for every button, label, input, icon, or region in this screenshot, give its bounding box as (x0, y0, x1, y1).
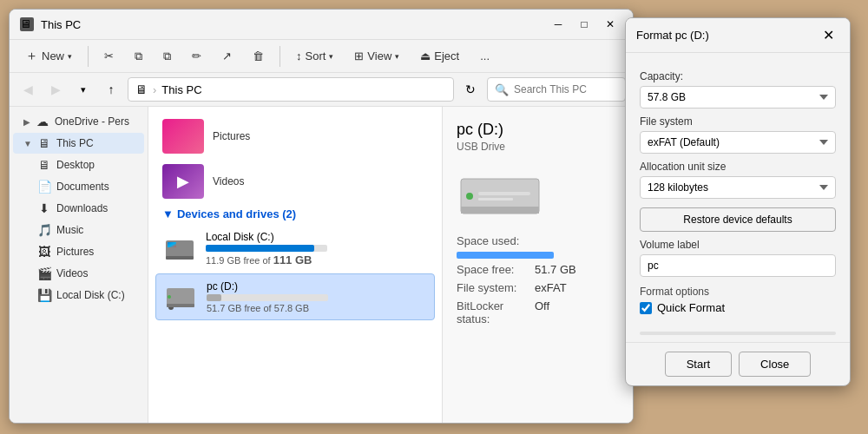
list-item[interactable]: Pictures (155, 114, 435, 159)
cut-button[interactable]: ✂ (95, 45, 122, 67)
drive-c-bar-container (206, 245, 327, 252)
sort-button[interactable]: ↕ Sort ▾ (287, 45, 342, 67)
sort-chevron-icon: ▾ (329, 52, 333, 61)
share-button[interactable]: ↗ (214, 45, 240, 67)
dialog-title: Format pc (D:) (636, 29, 818, 42)
svg-rect-3 (166, 256, 194, 260)
desktop-icon: 🖥 (37, 158, 51, 172)
thispc-icon: 🖥 (37, 136, 51, 150)
forward-button[interactable]: ▶ (44, 78, 67, 101)
sidebar-item-documents[interactable]: 📄 Documents (13, 176, 144, 197)
right-panel: pc (D:) USB Drive Space used: Space free… (442, 107, 633, 424)
expand-icon: ▼ (23, 139, 32, 148)
view-label: View (367, 49, 391, 62)
sidebar-item-label: Local Disk (C:) (56, 289, 125, 301)
format-options-section: Format options Quick Format (640, 286, 836, 314)
quick-format-checkbox[interactable] (640, 302, 652, 314)
rp-space-free-row: Space free: 51.7 GB (457, 263, 619, 276)
eject-button[interactable]: ⏏ Eject (411, 45, 468, 67)
delete-button[interactable]: 🗑 (244, 45, 273, 67)
sidebar-item-videos[interactable]: 🎬 Videos (13, 263, 144, 284)
search-box[interactable]: 🔍 (487, 77, 626, 102)
file-icon (162, 119, 204, 154)
volume-label-input[interactable] (640, 254, 836, 277)
start-button[interactable]: Start (665, 352, 732, 377)
svg-point-11 (466, 193, 473, 200)
sidebar-item-label: Desktop (56, 159, 95, 171)
toolbar-sep-2 (279, 46, 280, 67)
dialog-titlebar: Format pc (D:) ✕ (626, 18, 850, 53)
svg-rect-2 (168, 242, 176, 247)
list-item[interactable]: ▶ Videos (155, 159, 435, 204)
paste-icon: ⧉ (163, 49, 171, 63)
close-button[interactable]: ✕ (598, 15, 622, 34)
new-icon: ＋ (25, 48, 38, 64)
recent-button[interactable]: ▾ (72, 78, 95, 101)
back-button[interactable]: ◀ (16, 78, 39, 101)
explorer-window: 🖥 This PC ─ □ ✕ ＋ New ▾ ✂ ⧉ ⧉ ✏ ↗ (9, 9, 634, 424)
view-button[interactable]: ⊞ View ▾ (345, 45, 408, 67)
svg-rect-6 (167, 304, 194, 307)
more-icon: ... (480, 49, 490, 62)
drive-item-c[interactable]: Local Disk (C:) 11.9 GB free of 111 GB (155, 226, 435, 272)
maximize-button[interactable]: □ (572, 15, 596, 34)
downloads-icon: ⬇ (37, 201, 51, 215)
close-dialog-button[interactable]: Close (739, 352, 811, 377)
address-separator: › (153, 83, 156, 96)
minimize-button[interactable]: ─ (546, 15, 570, 34)
new-button[interactable]: ＋ New ▾ (16, 43, 81, 69)
search-icon: 🔍 (495, 83, 509, 96)
svg-point-7 (168, 295, 171, 299)
fs-label: File system (640, 115, 836, 128)
sidebar-item-downloads[interactable]: ⬇ Downloads (13, 198, 144, 219)
window-title: This PC (41, 18, 539, 31)
capacity-select[interactable]: 57.8 GB (640, 86, 836, 108)
view-chevron-icon: ▾ (395, 52, 399, 61)
quick-format-label[interactable]: Quick Format (657, 301, 725, 314)
section-label: Devices and drives (2) (177, 207, 296, 220)
quick-format-row: Quick Format (640, 301, 836, 314)
address-path-label: This PC (161, 83, 201, 96)
alloc-select[interactable]: 128 kilobytes (640, 176, 836, 199)
drive-c-bar (206, 245, 314, 252)
rename-button[interactable]: ✏ (183, 45, 210, 67)
view-icon: ⊞ (354, 49, 364, 62)
localdisk-icon: 💾 (37, 288, 51, 302)
documents-icon: 📄 (37, 180, 51, 194)
drive-item-d[interactable]: pc (D:) 51.7 GB free of 57.8 GB (155, 273, 435, 320)
drive-d-name: pc (D:) (207, 280, 427, 293)
drive-d-bar (207, 294, 221, 301)
sidebar-item-desktop[interactable]: 🖥 Desktop (13, 155, 144, 175)
dialog-footer: Start Close (626, 342, 850, 385)
drive-c-icon (162, 232, 197, 266)
copy-button[interactable]: ⧉ (126, 45, 151, 68)
sidebar-item-pictures[interactable]: 🖼 Pictures (13, 241, 144, 262)
sidebar-item-label: OneDrive - Pers (55, 115, 129, 128)
fs-select[interactable]: exFAT (Default) (640, 131, 836, 154)
restore-defaults-button[interactable]: Restore device defaults (640, 207, 836, 232)
svg-rect-10 (461, 207, 539, 214)
sidebar-item-music[interactable]: 🎵 Music (13, 220, 144, 240)
drive-d-bar-container (207, 294, 328, 301)
format-dialog: Format pc (D:) ✕ Capacity: 57.8 GB File … (625, 17, 851, 386)
videos-icon: 🎬 (37, 266, 51, 280)
refresh-button[interactable]: ↻ (459, 78, 482, 101)
up-button[interactable]: ↑ (100, 78, 122, 101)
vol-label-label: Volume label (640, 239, 836, 251)
expand-icon: ▶ (23, 117, 30, 127)
sidebar-item-thispc[interactable]: ▼ 🖥 This PC (13, 133, 144, 154)
window-controls: ─ □ ✕ (546, 15, 622, 34)
more-button[interactable]: ... (471, 45, 498, 67)
address-box[interactable]: 🖥 › This PC (128, 77, 454, 102)
share-icon: ↗ (222, 49, 232, 62)
drive-d-icon (163, 279, 198, 314)
capacity-label: Capacity: (640, 70, 836, 82)
sidebar-item-onedrive[interactable]: ▶ ☁ OneDrive - Pers (13, 111, 144, 132)
eject-icon: ⏏ (420, 49, 431, 62)
sidebar-item-localdisk[interactable]: 💾 Local Disk (C:) (13, 285, 144, 306)
rp-space-used-label: Space used: (457, 234, 535, 247)
dialog-close-button[interactable]: ✕ (818, 25, 839, 45)
search-input[interactable] (514, 83, 618, 95)
paste-button[interactable]: ⧉ (155, 45, 180, 68)
rename-icon: ✏ (192, 49, 201, 62)
